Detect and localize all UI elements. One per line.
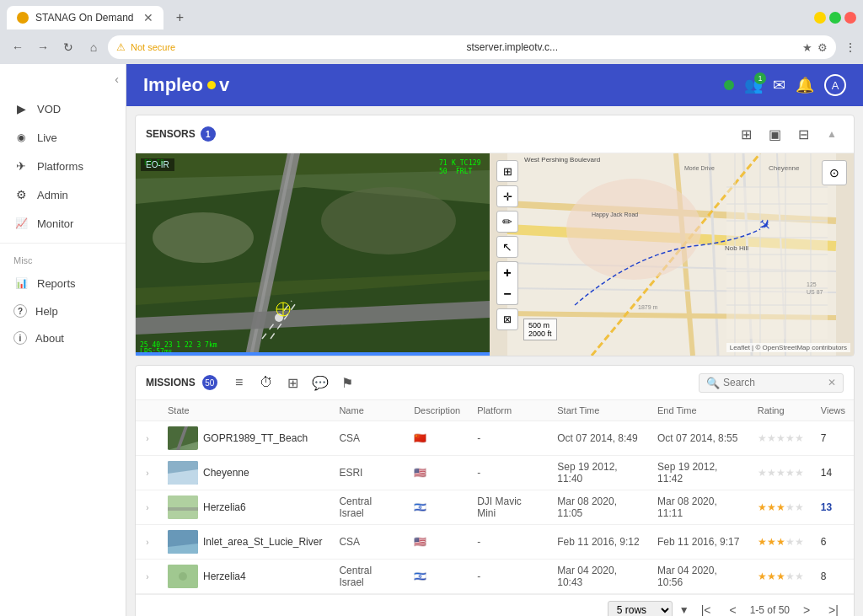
table-row[interactable]: › Inlet_area_St_Lucie_River CSA 🇺🇸 - <box>136 525 854 560</box>
row-expand-cell[interactable]: › <box>136 560 159 594</box>
row-rating[interactable]: ★★★★★ <box>749 525 812 560</box>
bell-icon[interactable]: 🔔 <box>796 76 814 94</box>
row-views: 8 <box>812 560 854 594</box>
row-end-time: Oct 07 2014, 8:55 <box>649 421 749 456</box>
sidebar-item-monitor[interactable]: 📈 Monitor <box>0 209 126 238</box>
table-row[interactable]: › Herzelia4 Central Israel 🇮🇱 - M <box>136 560 854 594</box>
browser-tab[interactable]: STANAG On Demand ✕ <box>7 6 163 29</box>
browser-chrome: STANAG On Demand ✕ + ← → ↻ ⌂ ⚠ Not secur… <box>0 0 863 64</box>
row-views: 6 <box>812 525 854 560</box>
user-avatar-icon[interactable]: A <box>824 74 846 96</box>
next-page-button[interactable]: > <box>796 600 817 616</box>
sensors-layout-button[interactable]: ⊟ <box>791 122 815 146</box>
last-page-button[interactable]: >| <box>823 600 844 616</box>
live-icon: ◉ <box>13 130 29 145</box>
collapse-icon: ‹ <box>115 72 119 86</box>
row-rating[interactable]: ★★★★★ <box>749 490 812 525</box>
tab-close-button[interactable]: ✕ <box>143 11 153 24</box>
missions-clock-button[interactable]: ⏱ <box>255 371 278 394</box>
row-expand-cell[interactable]: › <box>136 421 159 456</box>
missions-filter-button[interactable]: ≡ <box>228 371 251 394</box>
row-expand-cell[interactable]: › <box>136 456 159 490</box>
bookmark-icon[interactable]: ★ <box>802 41 812 54</box>
sensors-grid-view-button[interactable]: ⊞ <box>734 122 758 146</box>
map-draw-button[interactable]: ✏ <box>496 211 518 233</box>
sidebar-collapse-button[interactable]: ‹ <box>0 72 126 94</box>
app-logo: Impleov <box>143 74 229 96</box>
svg-text:Nob Hill: Nob Hill <box>725 244 748 252</box>
sidebar-item-platforms[interactable]: ✈ Platforms <box>0 152 126 180</box>
missions-search[interactable]: 🔍 ✕ <box>699 373 844 393</box>
first-page-button[interactable]: |< <box>696 600 716 616</box>
nav-reload-button[interactable]: ↻ <box>57 36 79 58</box>
extensions-toolbar-icon[interactable]: ⋮ <box>844 40 856 54</box>
nav-home-button[interactable]: ⌂ <box>83 36 105 58</box>
mail-icon[interactable]: ✉ <box>773 76 785 94</box>
map-zoom-out-button[interactable]: − <box>496 283 518 305</box>
svg-text:129: 129 <box>469 159 481 167</box>
map-fullscreen-button[interactable]: ⊠ <box>496 308 518 330</box>
row-end-time: Sep 19 2012, 11:42 <box>649 456 749 490</box>
col-header-state: State <box>159 400 330 421</box>
users-icon[interactable]: 👥 1 <box>744 76 763 94</box>
row-name: Cheyenne <box>203 467 249 479</box>
window-minimize-button[interactable] <box>814 12 826 24</box>
sidebar-item-live[interactable]: ◉ Live <box>0 123 126 152</box>
video-indicator-bar <box>136 352 490 356</box>
svg-point-66 <box>179 572 187 581</box>
window-close-button[interactable] <box>844 12 856 24</box>
sidebar-item-reports[interactable]: 📊 Reports <box>0 269 126 297</box>
missions-chat-button[interactable]: 💬 <box>308 371 332 394</box>
new-tab-button[interactable]: + <box>169 7 190 29</box>
row-rating[interactable]: ★★★★★ <box>749 421 812 456</box>
sensors-content: EO-IR <box>136 153 854 356</box>
sensors-list-view-button[interactable]: ▣ <box>763 122 786 146</box>
search-input[interactable] <box>723 377 824 388</box>
window-maximize-button[interactable] <box>829 12 841 24</box>
monitor-icon: 📈 <box>13 216 29 231</box>
row-expand-cell[interactable]: › <box>136 490 159 525</box>
app-header: Impleov 👥 1 ✉ 🔔 A <box>126 64 863 106</box>
missions-flag-button[interactable]: ⚑ <box>335 371 359 394</box>
sidebar-item-admin[interactable]: ⚙ Admin <box>0 180 126 209</box>
map-target-button[interactable]: ✛ <box>496 185 518 207</box>
header-icons: 👥 1 ✉ 🔔 A <box>724 74 846 96</box>
col-header-rating: Rating <box>749 400 812 421</box>
table-row[interactable]: › Cheyenne ESRI 🇺🇸 - Sep 19 2012, <box>136 456 854 490</box>
search-clear-button[interactable]: ✕ <box>828 377 836 388</box>
address-bar[interactable]: ⚠ Not secure stserver.impleotv.c... ★ ⚙ <box>108 35 836 59</box>
tab-favicon <box>17 12 29 24</box>
row-views: 7 <box>812 421 854 456</box>
col-header-platform: Platform <box>469 400 549 421</box>
svg-point-5 <box>321 187 456 254</box>
row-expand-cell[interactable]: › <box>136 525 159 560</box>
col-header-name: Name <box>330 400 405 421</box>
svg-text:West Pershing Boulevard: West Pershing Boulevard <box>524 156 600 163</box>
row-state-cell: Herzelia4 <box>159 560 330 594</box>
missions-grid-button[interactable]: ⊞ <box>281 371 305 394</box>
row-platform-flag: 🇺🇸 <box>405 525 469 560</box>
nav-back-button[interactable]: ← <box>7 36 29 58</box>
table-row[interactable]: › GOPR1989_TT_Beach CSA 🇨🇳 - Oct <box>136 421 854 456</box>
map-layers-button[interactable]: ⊙ <box>822 160 847 185</box>
map-grid-button[interactable]: ⊞ <box>496 160 518 182</box>
svg-text:71: 71 <box>439 159 448 167</box>
sidebar-item-help[interactable]: ? Help <box>0 297 126 324</box>
row-name: GOPR1989_TT_Beach <box>203 432 308 444</box>
row-rating[interactable]: ★★★★★ <box>749 456 812 490</box>
sidebar-item-vod[interactable]: ▶ VOD <box>0 94 126 123</box>
map-cursor-button[interactable]: ↖ <box>496 236 518 258</box>
nav-forward-button[interactable]: → <box>32 36 54 58</box>
sidebar-item-about[interactable]: i About <box>0 324 126 351</box>
row-platform-flag: 🇮🇱 <box>405 490 469 525</box>
table-row[interactable]: › Herzelia6 Central Israel 🇮🇱 DJI Mav <box>136 490 854 525</box>
window-controls <box>814 12 856 24</box>
prev-page-button[interactable]: < <box>723 600 743 616</box>
app-container: ‹ ▶ VOD ◉ Live ✈ Platforms ⚙ Admin 📈 Mon… <box>0 64 863 616</box>
sensors-collapse-button[interactable]: ▲ <box>820 122 844 146</box>
map-zoom-in-button[interactable]: + <box>496 261 518 283</box>
extensions-icon[interactable]: ⚙ <box>817 41 828 54</box>
video-label: EO-IR <box>141 158 174 171</box>
rows-per-page-select[interactable]: 5 rows 10 rows 25 rows <box>608 601 673 616</box>
row-rating[interactable]: ★★★★★ <box>749 560 812 594</box>
